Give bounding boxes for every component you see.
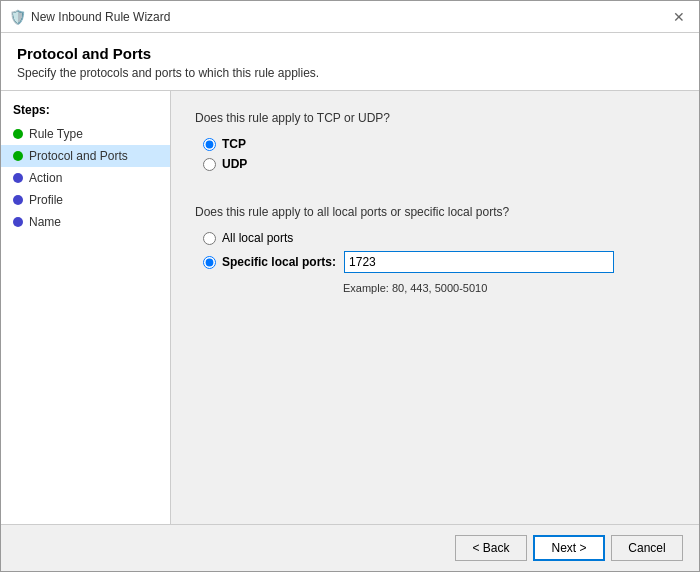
all-ports-radio-label[interactable]: All local ports bbox=[203, 231, 675, 245]
page-subtitle: Specify the protocols and ports to which… bbox=[17, 66, 683, 80]
sidebar-item-protocol-ports[interactable]: Protocol and Ports bbox=[1, 145, 170, 167]
title-bar: 🛡️ New Inbound Rule Wizard ✕ bbox=[1, 1, 699, 33]
tcp-udp-question: Does this rule apply to TCP or UDP? bbox=[195, 111, 675, 125]
tcp-radio-label[interactable]: TCP bbox=[203, 137, 675, 151]
udp-label: UDP bbox=[222, 157, 247, 171]
all-ports-label: All local ports bbox=[222, 231, 293, 245]
udp-radio-label[interactable]: UDP bbox=[203, 157, 675, 171]
sidebar-item-rule-type[interactable]: Rule Type bbox=[1, 123, 170, 145]
back-button[interactable]: < Back bbox=[455, 535, 527, 561]
page-title: Protocol and Ports bbox=[17, 45, 683, 62]
tcp-label: TCP bbox=[222, 137, 246, 151]
sidebar-item-name[interactable]: Name bbox=[1, 211, 170, 233]
cancel-button[interactable]: Cancel bbox=[611, 535, 683, 561]
specific-ports-label: Specific local ports: bbox=[222, 255, 336, 269]
sidebar-label-name: Name bbox=[29, 215, 61, 229]
window-title: New Inbound Rule Wizard bbox=[31, 10, 170, 24]
dot-name bbox=[13, 217, 23, 227]
dot-action bbox=[13, 173, 23, 183]
page-header: Protocol and Ports Specify the protocols… bbox=[1, 33, 699, 91]
udp-radio[interactable] bbox=[203, 158, 216, 171]
ports-question: Does this rule apply to all local ports … bbox=[195, 205, 675, 219]
specific-ports-input[interactable] bbox=[344, 251, 614, 273]
sidebar: Steps: Rule Type Protocol and Ports Acti… bbox=[1, 91, 171, 524]
footer: < Back Next > Cancel bbox=[1, 524, 699, 571]
ports-radio-group: All local ports Specific local ports: Ex… bbox=[203, 231, 675, 294]
sidebar-label-action: Action bbox=[29, 171, 62, 185]
wizard-window: 🛡️ New Inbound Rule Wizard ✕ Protocol an… bbox=[0, 0, 700, 572]
dot-rule-type bbox=[13, 129, 23, 139]
all-ports-radio[interactable] bbox=[203, 232, 216, 245]
specific-ports-radio[interactable] bbox=[203, 256, 216, 269]
sidebar-item-profile[interactable]: Profile bbox=[1, 189, 170, 211]
specific-ports-row: Specific local ports: bbox=[203, 251, 675, 273]
tcp-radio[interactable] bbox=[203, 138, 216, 151]
title-bar-left: 🛡️ New Inbound Rule Wizard bbox=[9, 9, 170, 25]
protocol-radio-group: TCP UDP bbox=[203, 137, 675, 171]
close-button[interactable]: ✕ bbox=[667, 7, 691, 27]
ports-example: Example: 80, 443, 5000-5010 bbox=[343, 282, 675, 294]
sidebar-label-protocol-ports: Protocol and Ports bbox=[29, 149, 128, 163]
firewall-icon: 🛡️ bbox=[9, 9, 25, 25]
sidebar-item-action[interactable]: Action bbox=[1, 167, 170, 189]
sidebar-label-rule-type: Rule Type bbox=[29, 127, 83, 141]
main-content: Does this rule apply to TCP or UDP? TCP … bbox=[171, 91, 699, 524]
ports-section: Does this rule apply to all local ports … bbox=[195, 205, 675, 294]
steps-label: Steps: bbox=[1, 103, 170, 123]
dot-protocol-ports bbox=[13, 151, 23, 161]
next-button[interactable]: Next > bbox=[533, 535, 605, 561]
content-area: Steps: Rule Type Protocol and Ports Acti… bbox=[1, 91, 699, 524]
specific-ports-radio-label[interactable]: Specific local ports: bbox=[203, 255, 336, 269]
sidebar-label-profile: Profile bbox=[29, 193, 63, 207]
dot-profile bbox=[13, 195, 23, 205]
